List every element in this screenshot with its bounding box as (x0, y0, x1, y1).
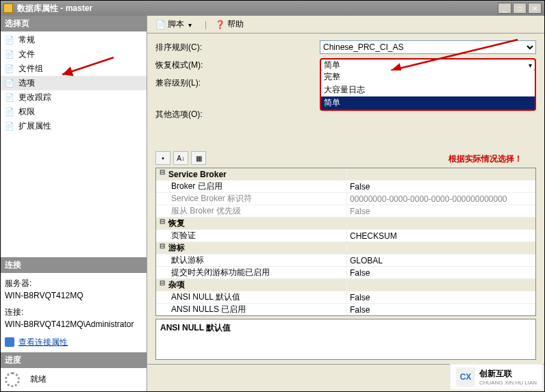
page-item-filegroups[interactable]: 📄文件组 (1, 62, 147, 76)
prop-key: 服从 Broker 优先级 (168, 205, 346, 217)
maximize-button[interactable]: □ (513, 3, 527, 14)
grid-row[interactable]: Service Broker 标识符00000000-0000-0000-000… (156, 193, 535, 205)
toolbar: 脚本 | 帮助 (147, 16, 544, 34)
page-icon: 📄 (5, 79, 14, 88)
connection-info: 服务器: WIN-B8RVQT412MQ 连接: WIN-B8RVQT412MQ… (1, 273, 147, 352)
prop-value[interactable]: False (346, 267, 535, 278)
recovery-model-label: 恢复模式(M): (155, 60, 320, 71)
recovery-option-full[interactable]: 完整 (321, 70, 535, 83)
connection-label: 连接: (5, 306, 142, 318)
page-icon: 📄 (5, 64, 14, 74)
window-title: 数据库属性 - master (17, 3, 498, 14)
collation-select[interactable]: Chinese_PRC_CI_AS (320, 40, 536, 54)
server-value: WIN-B8RVQT412MQ (5, 289, 142, 302)
sidebar-header-progress: 进度 (1, 352, 147, 368)
collation-label: 排序规则(C): (155, 42, 320, 53)
grid-sort-button-1[interactable]: • (155, 151, 170, 165)
page-icon: 📄 (5, 50, 14, 60)
database-icon (3, 3, 13, 13)
watermark: CX 创新互联 CHUANG XIN HU LIAN (450, 364, 543, 390)
page-item-extended-properties[interactable]: 📄扩展属性 (1, 119, 147, 133)
help-icon (215, 20, 225, 29)
page-item-files[interactable]: 📄文件 (1, 47, 147, 62)
prop-value[interactable]: CHECKSUM (346, 230, 535, 241)
minimize-button[interactable]: _ (498, 3, 511, 14)
prop-value[interactable]: 00000000-0000-0000-0000-000000000000 (346, 193, 535, 205)
page-icon: 📄 (5, 122, 14, 131)
grid-category[interactable]: ⊟游标 (156, 242, 535, 254)
page-icon: 📄 (5, 36, 14, 45)
grid-row[interactable]: Broker 已启用False (156, 181, 535, 193)
grid-row[interactable]: ANSI NULL 默认值False (156, 291, 535, 304)
prop-value[interactable]: False (346, 205, 535, 217)
connection-properties-icon (5, 337, 14, 347)
grid-category[interactable]: ⊟杂项 (156, 279, 535, 291)
dropdown-icon (187, 20, 197, 29)
prop-value[interactable]: False (346, 304, 535, 315)
grid-category[interactable]: ⊟恢复 (156, 218, 535, 230)
prop-key: Broker 已启用 (168, 181, 346, 192)
prop-key: ANSI NULL 默认值 (168, 291, 346, 303)
compat-level-label: 兼容级别(L): (155, 77, 320, 89)
grid-sort-button-2[interactable]: A↓ (173, 151, 188, 165)
sidebar: 选择页 📄常规 📄文件 📄文件组 📄选项 📄更改跟踪 📄权限 📄扩展属性 连接 … (1, 16, 147, 391)
prop-value[interactable]: False (346, 181, 535, 192)
prop-value[interactable]: GLOBAL (346, 254, 535, 266)
sidebar-header-select-page: 选择页 (1, 16, 147, 31)
annotation-text: 根据实际情况选择！ (448, 153, 522, 165)
grid-row[interactable]: 提交时关闭游标功能已启用False (156, 267, 535, 279)
grid-row[interactable]: ANSI NULLS 已启用False (156, 304, 535, 316)
other-options-label: 其他选项(O): (155, 109, 320, 120)
watermark-brand: 创新互联 (479, 368, 537, 380)
grid-category[interactable]: ⊟Service Broker (156, 168, 535, 181)
prop-key: ANSI NULLS 已启用 (168, 304, 346, 315)
recovery-option-bulk[interactable]: 大容量日志 (321, 83, 535, 96)
progress-block: 就绪 (1, 368, 147, 391)
recovery-option-simple[interactable]: 简单 (321, 96, 535, 109)
page-item-change-tracking[interactable]: 📄更改跟踪 (1, 90, 147, 105)
script-icon (155, 20, 165, 29)
property-description: ANSI NULL 默认值 (155, 319, 536, 360)
progress-status: 就绪 (30, 374, 47, 384)
grid-row[interactable]: 默认游标GLOBAL (156, 254, 535, 267)
watermark-logo-icon: CX (456, 367, 475, 387)
grid-row[interactable]: 页验证CHECKSUM (156, 230, 535, 242)
collapse-icon[interactable]: ⊟ (156, 168, 168, 180)
collapse-icon[interactable]: ⊟ (156, 218, 168, 229)
dialog-window: 数据库属性 - master _ □ ✕ 选择页 📄常规 📄文件 📄文件组 📄选… (0, 0, 545, 392)
connection-value: WIN-B8RVQT412MQ\Administrator (5, 318, 142, 330)
prop-key: 默认游标 (168, 254, 346, 266)
grid-row[interactable]: 服从 Broker 优先级False (156, 205, 535, 218)
page-item-permissions[interactable]: 📄权限 (1, 105, 147, 119)
property-grid[interactable]: ⊟Service BrokerBroker 已启用FalseService Br… (155, 168, 536, 316)
close-button[interactable]: ✕ (528, 3, 542, 14)
titlebar[interactable]: 数据库属性 - master _ □ ✕ (1, 1, 544, 16)
sidebar-header-connection: 连接 (1, 257, 147, 273)
page-icon: 📄 (5, 107, 14, 117)
main-panel: 脚本 | 帮助 排序规则(C): Chinese_PRC_CI_AS 恢复模式(… (147, 16, 544, 391)
grid-view-button[interactable]: ▦ (191, 151, 206, 165)
prop-key: 提交时关闭游标功能已启用 (168, 267, 346, 278)
collapse-icon[interactable]: ⊟ (156, 279, 168, 291)
script-button[interactable]: 脚本 (151, 17, 201, 31)
prop-key: Service Broker 标识符 (168, 193, 346, 205)
recovery-model-select[interactable]: 简单 完整 大容量日志 简单 (320, 58, 536, 72)
progress-spinner-icon (5, 372, 20, 387)
prop-value[interactable]: False (346, 291, 535, 303)
recovery-model-options: 完整 大容量日志 简单 (320, 70, 536, 111)
page-item-general[interactable]: 📄常规 (1, 33, 147, 47)
watermark-sub: CHUANG XIN HU LIAN (479, 380, 537, 386)
page-list: 📄常规 📄文件 📄文件组 📄选项 📄更改跟踪 📄权限 📄扩展属性 (1, 31, 147, 135)
view-connection-properties-link[interactable]: 查看连接属性 (18, 336, 68, 348)
prop-key: 页验证 (168, 230, 346, 241)
help-button[interactable]: 帮助 (211, 17, 248, 31)
server-label: 服务器: (5, 277, 142, 289)
page-item-options[interactable]: 📄选项 (1, 76, 147, 90)
page-icon: 📄 (5, 93, 14, 103)
collapse-icon[interactable]: ⊟ (156, 242, 168, 254)
